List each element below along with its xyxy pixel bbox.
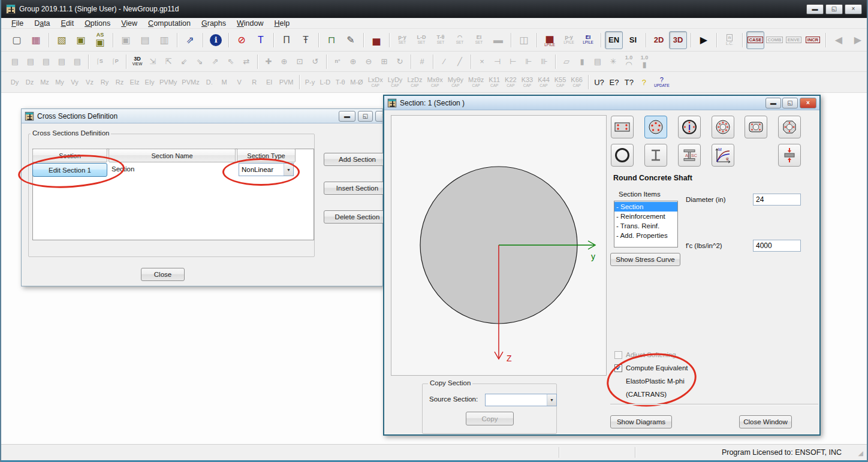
curve-set-icon[interactable]: ◠SET: [451, 31, 469, 49]
dialog-minimize-button[interactable]: ▬: [339, 111, 355, 122]
save-icon[interactable]: ▣: [72, 31, 90, 49]
edit-section-button[interactable]: Edit Section 1: [32, 163, 107, 177]
view-rotate-icon[interactable]: ⇄: [239, 54, 254, 70]
octagonal-section-button[interactable]: [778, 116, 801, 138]
node-number-icon[interactable]: n°: [330, 54, 345, 70]
menu-item[interactable]: Window: [231, 19, 269, 28]
solid-section-icon[interactable]: ▮: [575, 54, 589, 70]
resize-grip[interactable]: ◢: [858, 449, 863, 457]
section-items-list[interactable]: - Section- Reinforcement- Trans. Reinf.-…: [614, 201, 678, 247]
hatch-section-icon[interactable]: ▱: [559, 54, 574, 70]
pvmy-plot-icon[interactable]: PVMy: [158, 73, 179, 91]
mphi-curve-icon[interactable]: M-Ø: [348, 73, 364, 91]
update-help-icon[interactable]: ?UPDATE: [652, 73, 671, 91]
lydy-cap-icon[interactable]: LyDyCAP: [386, 73, 405, 91]
chevron-down-icon[interactable]: ▼: [547, 394, 556, 406]
view-3d-button[interactable]: 3D: [669, 31, 687, 49]
units-en-button[interactable]: EN: [605, 31, 623, 49]
soil-response-s-icon[interactable]: ⌠S: [92, 54, 107, 70]
py-set-icon[interactable]: p-ySET: [393, 31, 411, 49]
view-xz-icon[interactable]: ⇘: [192, 54, 207, 70]
dashed-line-icon[interactable]: ∕: [437, 54, 451, 70]
new-file-icon[interactable]: ▢: [8, 31, 26, 49]
no-load-icon[interactable]: ⊘: [233, 31, 251, 49]
list-item[interactable]: - Section: [614, 202, 677, 212]
e-help-icon[interactable]: E?: [607, 73, 621, 91]
ei-set-icon[interactable]: EISET: [470, 31, 488, 49]
adjust-softening-checkbox[interactable]: [614, 351, 622, 359]
py-curve-icon[interactable]: P-y: [303, 73, 317, 91]
sketch-icon[interactable]: ✎: [342, 31, 360, 49]
mxthx-cap-icon[interactable]: MxθxCAP: [425, 73, 444, 91]
add-section-button[interactable]: Add Section: [324, 153, 391, 166]
ttheta-curve-icon[interactable]: T-θ: [333, 73, 347, 91]
mythy-cap-icon[interactable]: MyθyCAP: [446, 73, 465, 91]
orbit-icon[interactable]: ↺: [308, 54, 323, 70]
delete-section-button[interactable]: Delete Section: [324, 210, 391, 224]
compute-equivalent-checkbox[interactable]: ✔: [614, 364, 622, 372]
k55-cap-icon[interactable]: K55CAP: [553, 73, 568, 91]
py-lpile-icon[interactable]: p-yLPILE: [560, 31, 578, 49]
ld-set-icon[interactable]: L-DSET: [412, 31, 430, 49]
round-steel-section-button[interactable]: I: [678, 116, 701, 138]
scale-bar-icon[interactable]: 1.0▮: [637, 54, 652, 70]
dim-spacing-icon-2[interactable]: ⊢: [506, 54, 520, 70]
menu-item[interactable]: Help: [269, 19, 296, 28]
dz-plot-icon[interactable]: Dz: [23, 73, 37, 91]
section-type-dropdown[interactable]: NonLinear ▼: [239, 163, 294, 176]
layered-section-icon[interactable]: ▤: [590, 54, 605, 70]
ttheta-set-icon[interactable]: T-θSET: [432, 31, 450, 49]
menu-item[interactable]: View: [116, 19, 143, 28]
vz-plot-icon[interactable]: Vz: [83, 73, 97, 91]
ei-plot-icon[interactable]: EI: [263, 73, 276, 91]
zoom-in-icon[interactable]: ⊕: [277, 54, 291, 70]
eiy-plot-icon[interactable]: EIy: [143, 73, 156, 91]
close-button-dialog[interactable]: Close: [141, 268, 185, 281]
ei-lpile-icon[interactable]: EILPILE: [579, 31, 597, 49]
u-help-icon[interactable]: U?: [592, 73, 606, 91]
vy-plot-icon[interactable]: Vy: [68, 73, 82, 91]
platform-icon[interactable]: ⊓: [323, 31, 340, 49]
round-section-button[interactable]: [644, 116, 667, 138]
column-header-section-name[interactable]: Section Name: [108, 149, 236, 162]
pvmz-plot-icon[interactable]: PVMz: [180, 73, 201, 91]
redraw-icon[interactable]: ↻: [393, 54, 407, 70]
units-si-button[interactable]: SI: [624, 31, 642, 49]
print-preview-icon[interactable]: ▤: [136, 31, 154, 49]
dialog-close-button[interactable]: ×: [800, 98, 816, 108]
view-yx-icon[interactable]: ⇱: [161, 54, 176, 70]
lzdz-cap-icon[interactable]: LzDzCAP: [405, 73, 424, 91]
maximize-button[interactable]: ◱: [825, 4, 843, 14]
copy-button[interactable]: Copy: [466, 412, 514, 425]
list-item[interactable]: - Trans. Reinf.: [614, 221, 677, 231]
eiz-plot-icon[interactable]: EIz: [128, 73, 141, 91]
mz-plot-icon[interactable]: Mz: [38, 73, 52, 91]
print-icon[interactable]: ▥: [155, 31, 173, 49]
pvm-plot-icon[interactable]: PVM: [278, 73, 296, 91]
menu-item[interactable]: File: [6, 19, 29, 28]
pile-tip-icon[interactable]: Ŧ: [297, 31, 315, 49]
view-yz-icon[interactable]: ⇖: [224, 54, 238, 70]
k44-cap-icon[interactable]: K44CAP: [536, 73, 551, 91]
comb-button[interactable]: COMB: [765, 31, 783, 49]
view-2d-button[interactable]: 2D: [650, 31, 668, 49]
h-section-button[interactable]: [644, 144, 667, 167]
section-name-cell[interactable]: Section: [111, 165, 134, 173]
run-button[interactable]: ▶: [695, 31, 713, 49]
lpile-layers-icon[interactable]: ▅LPILE: [541, 31, 559, 49]
camera-icon[interactable]: ◫: [515, 31, 533, 49]
dy-plot-icon[interactable]: Dy: [8, 73, 22, 91]
lxdx-cap-icon[interactable]: LxDxCAP: [366, 73, 385, 91]
titlebar[interactable]: Group 2019.11.1 (Single User) - NewGroup…: [1, 0, 867, 18]
edit-pointer-icon[interactable]: ⇗: [181, 31, 199, 49]
ld-curve-icon[interactable]: L-D: [318, 73, 333, 91]
menu-item[interactable]: Data: [29, 19, 55, 28]
soil-response-p-icon[interactable]: ⌠P: [108, 54, 122, 70]
ry-plot-icon[interactable]: Ry: [98, 73, 111, 91]
solid-line-icon[interactable]: ╱: [453, 54, 467, 70]
v-plot-icon[interactable]: V: [233, 73, 246, 91]
deflection-icon[interactable]: ✳: [606, 54, 620, 70]
grid-icon[interactable]: #: [415, 54, 429, 70]
list-item[interactable]: - Reinforcement: [614, 212, 677, 221]
mzthz-cap-icon[interactable]: MzθzCAP: [466, 73, 486, 91]
